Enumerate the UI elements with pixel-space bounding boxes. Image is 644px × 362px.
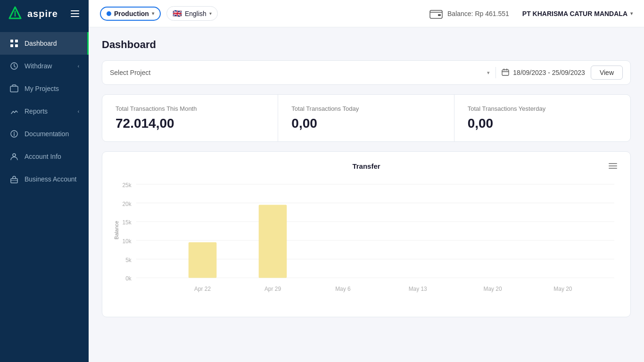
reports-arrow-icon: ‹ <box>78 109 79 114</box>
hamburger-line-2 <box>71 13 79 14</box>
sidebar-item-business-account-label: Business Account <box>25 175 77 183</box>
svg-rect-13 <box>438 14 441 16</box>
hamburger-line-3 <box>71 16 79 17</box>
stat-card-1: Total Transactions Today 0,00 <box>278 95 454 141</box>
svg-rect-2 <box>10 40 13 42</box>
svg-point-9 <box>14 132 15 133</box>
date-range-label: 18/09/2023 - 25/09/2023 <box>513 69 585 76</box>
chart-title: Transfer <box>282 162 450 170</box>
svg-rect-4 <box>10 44 13 47</box>
flag-icon: 🇬🇧 <box>173 9 182 18</box>
stat-card-0: Total Transactions This Month 72.014,00 <box>102 95 278 141</box>
env-label: Production <box>114 10 149 17</box>
filter-bar: Select Project ▾ 18/09/2023 - 25/09/2023… <box>102 60 631 85</box>
bar-apr29 <box>259 205 287 278</box>
balance-section: Balance: Rp 461.551 <box>429 6 509 21</box>
hamburger-line-1 <box>71 10 79 11</box>
header: Production ▾ 🇬🇧 English ▾ Balance: Rp 46… <box>89 0 644 27</box>
svg-text:May 20: May 20 <box>553 286 572 292</box>
language-selector[interactable]: 🇬🇧 English ▾ <box>166 6 218 21</box>
documentation-icon <box>9 129 19 139</box>
logo-text: aspire <box>27 8 58 19</box>
chart-menu-line-3 <box>609 168 617 169</box>
sidebar-item-reports[interactable]: Reports ‹ <box>0 100 89 123</box>
sidebar-item-withdraw[interactable]: Withdraw ‹ <box>0 55 89 77</box>
svg-text:May 13: May 13 <box>409 286 427 292</box>
wallet-icon <box>429 6 444 21</box>
account-info-icon <box>9 152 19 161</box>
env-chevron-icon: ▾ <box>152 11 154 16</box>
my-projects-icon <box>9 84 19 93</box>
page-title: Dashboard <box>102 39 631 51</box>
svg-text:0k: 0k <box>125 275 132 282</box>
sidebar-item-reports-label: Reports <box>25 107 48 115</box>
bar-apr22 <box>189 242 217 278</box>
aspire-logo-icon <box>8 6 23 21</box>
sidebar-item-business-account[interactable]: Business Account <box>0 168 89 190</box>
sidebar-item-account-info-label: Account Info <box>25 153 61 160</box>
chart-header: Transfer <box>114 161 619 171</box>
stat-label-0: Total Transactions This Month <box>116 105 197 112</box>
sidebar: aspire Dashboard Withdraw ‹ My Projects <box>0 0 89 362</box>
stat-value-1: 0,00 <box>291 116 317 131</box>
main-area: Production ▾ 🇬🇧 English ▾ Balance: Rp 46… <box>89 0 644 362</box>
svg-text:Apr 29: Apr 29 <box>264 286 281 292</box>
filter-divider <box>495 67 496 78</box>
stats-row: Total Transactions This Month 72.014,00 … <box>102 94 631 142</box>
sidebar-navigation: Dashboard Withdraw ‹ My Projects Reports… <box>0 32 89 190</box>
svg-rect-3 <box>15 40 18 42</box>
svg-text:May 6: May 6 <box>335 286 351 292</box>
svg-text:25k: 25k <box>123 182 132 189</box>
reports-icon <box>9 107 19 116</box>
calendar-icon <box>502 68 509 77</box>
balance-text: Balance: Rp 461.551 <box>447 10 509 17</box>
chart-container: 25k 20k 15k 10k 5k 0k <box>114 178 619 307</box>
sidebar-logo: aspire <box>0 0 89 27</box>
stat-value-2: 0,00 <box>468 116 494 131</box>
bar-chart: 25k 20k 15k 10k 5k 0k <box>114 178 619 305</box>
company-selector[interactable]: PT KHARISMA CATUR MANDALA ▾ <box>522 10 633 17</box>
env-dot-icon <box>107 11 111 16</box>
svg-text:10k: 10k <box>123 238 132 245</box>
svg-text:May 20: May 20 <box>483 286 502 292</box>
svg-text:Balance: Balance <box>114 221 119 239</box>
chart-menu-line-1 <box>609 163 617 164</box>
company-chevron-icon: ▾ <box>630 11 633 16</box>
lang-chevron-icon: ▾ <box>209 11 212 16</box>
sidebar-item-my-projects[interactable]: My Projects <box>0 77 89 100</box>
svg-rect-14 <box>502 70 509 75</box>
chart-menu-line-2 <box>609 165 617 166</box>
environment-selector[interactable]: Production ▾ <box>100 7 161 21</box>
sidebar-item-documentation[interactable]: Documentation <box>0 123 89 145</box>
project-select-label: Select Project <box>110 69 150 76</box>
content-area: Dashboard Select Project ▾ 18/09/2023 - … <box>89 27 644 362</box>
svg-text:5k: 5k <box>125 257 132 263</box>
sidebar-item-documentation-label: Documentation <box>25 130 69 138</box>
stat-label-1: Total Transactions Today <box>291 105 359 112</box>
chart-card: Transfer 25k 20k 15k 10k <box>102 151 631 317</box>
hamburger-button[interactable] <box>69 8 81 19</box>
stat-label-2: Total Transactions Yesterday <box>468 105 546 112</box>
project-select-arrow-icon: ▾ <box>487 70 490 76</box>
svg-text:15k: 15k <box>123 219 132 226</box>
stat-value-0: 72.014,00 <box>116 116 174 131</box>
svg-point-10 <box>13 154 16 156</box>
withdraw-icon <box>9 61 19 71</box>
svg-text:Apr 22: Apr 22 <box>194 286 211 292</box>
project-selector[interactable]: Select Project ▾ <box>110 69 490 76</box>
svg-rect-5 <box>15 44 18 47</box>
svg-text:20k: 20k <box>123 201 132 207</box>
sidebar-item-dashboard[interactable]: Dashboard <box>0 32 89 55</box>
company-name: PT KHARISMA CATUR MANDALA <box>522 10 627 17</box>
stat-card-2: Total Transactions Yesterday 0,00 <box>454 95 630 141</box>
lang-label: English <box>185 10 206 17</box>
y-axis: 25k 20k 15k 10k 5k 0k <box>123 182 132 282</box>
business-account-icon <box>9 174 19 184</box>
sidebar-item-withdraw-label: Withdraw <box>25 62 52 70</box>
chart-menu-button[interactable] <box>607 161 619 171</box>
view-button[interactable]: View <box>591 66 623 80</box>
sidebar-item-account-info[interactable]: Account Info <box>0 145 89 168</box>
sidebar-item-my-projects-label: My Projects <box>25 85 59 92</box>
x-axis: Apr 22 Apr 29 May 6 May 13 May 20 May 20 <box>194 286 572 292</box>
date-range-picker[interactable]: 18/09/2023 - 25/09/2023 <box>502 68 585 77</box>
